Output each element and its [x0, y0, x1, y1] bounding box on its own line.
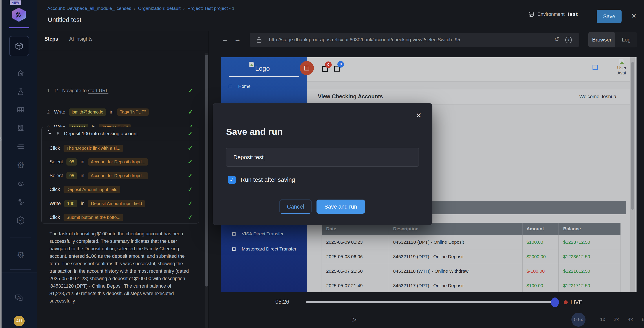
refresh-icon[interactable]: ↺: [554, 36, 559, 43]
step-group-header[interactable]: ✦✦ 5 Deposit 100 into checking account ✓: [42, 127, 199, 140]
nav-divider: [10, 269, 31, 270]
step-target-badge: Account for Deposit dropd...: [88, 172, 148, 179]
step-value-badge: 95: [66, 158, 77, 165]
breadcrumb-organization[interactable]: Organization: default: [138, 6, 180, 11]
step-conjunction: in: [80, 173, 84, 178]
sidebar-item-tests[interactable]: [12, 86, 29, 98]
environment-icon: [528, 11, 534, 17]
table-row[interactable]: 2025-05-09 01:23 845321120 (DPT) - Onlin…: [322, 235, 620, 249]
run-summary-text: The task of depositing $100 into the che…: [50, 230, 191, 305]
success-check-icon: ✓: [188, 172, 193, 179]
substep-row[interactable]: Click Deposit Amount input field ✓: [50, 185, 193, 194]
sidebar-item-project-settings[interactable]: ⚙: [12, 249, 29, 261]
step-action: Click: [50, 145, 60, 151]
success-check-icon: ✓: [188, 200, 193, 207]
substep-row[interactable]: Select 95 in Account for Deposit dropd..…: [50, 157, 193, 167]
new-badge: NEW: [10, 0, 21, 5]
step-number: 2: [47, 109, 50, 115]
sidebar-item-support[interactable]: [12, 177, 29, 190]
step-number: 1: [47, 88, 50, 93]
save-and-run-button[interactable]: Save and run: [316, 199, 365, 214]
breadcrumb: Account: Devspace_all_module_licenses › …: [47, 6, 234, 11]
broken-image-square: [304, 66, 309, 70]
sidebar-item-ci[interactable]: ∞: [12, 214, 29, 227]
step-row-1[interactable]: 1 ⚐ Navigate to start URL ✓: [47, 86, 193, 96]
step-target-badge: Deposit Amount input field: [64, 186, 120, 193]
save-button[interactable]: Save: [597, 10, 622, 23]
bank-welcome-text: Welcome Joshua: [579, 94, 616, 99]
play-button[interactable]: ▷: [352, 316, 357, 323]
run-after-saving-option[interactable]: ✓ Run test after saving: [228, 176, 295, 184]
checkbox-label: Run test after saving: [240, 176, 295, 183]
checkbox-checked[interactable]: ✓: [228, 176, 236, 184]
sidebar-item-runs-list[interactable]: [12, 141, 29, 153]
recording-stop-button[interactable]: [300, 61, 314, 75]
table-row[interactable]: 2025-05-08 06:06 845321119 (DPT) - Onlin…: [322, 249, 620, 264]
tab-browser[interactable]: Browser: [588, 32, 615, 47]
sidebar-item-test-grid[interactable]: [12, 104, 29, 116]
step-action: Click: [50, 187, 60, 192]
bank-scrollbar-thumb[interactable]: [631, 62, 634, 210]
substep-row[interactable]: Select 95 in Account for Deposit dropd..…: [50, 171, 193, 180]
playback-time: 05:26: [275, 299, 289, 305]
substep-row[interactable]: Click Submit button at the botto... ✓: [50, 212, 193, 222]
user-avatar[interactable]: AU: [14, 316, 25, 326]
table-row[interactable]: 2025-05-07 21:49 845321117 (DPT) - Onlin…: [322, 278, 620, 292]
focus-outline-square: [592, 65, 598, 70]
step-target-badge: Tag="INPUT": [117, 108, 149, 116]
substep-row[interactable]: Click The 'Deposit' link with a si... ✓: [50, 143, 193, 153]
bank-header-bar: User Avat: [307, 57, 631, 82]
test-name-input[interactable]: Deposit test: [226, 148, 419, 167]
bank-user-avatar[interactable]: User Avat: [614, 59, 630, 76]
broken-icon-box: [229, 85, 232, 88]
close-icon[interactable]: ✕: [632, 12, 636, 19]
speed-0.5x-button[interactable]: 0.5x: [572, 313, 586, 327]
bank-logo[interactable]: Logo: [250, 62, 270, 72]
app-root: 9 NEW ⚖: [0, 0, 644, 328]
playback-progress-bar[interactable]: [306, 301, 552, 303]
sidebar-item-settings[interactable]: ⚙: [12, 159, 29, 171]
browser-back-button[interactable]: ←: [222, 35, 228, 43]
modal-close-icon[interactable]: ✕: [416, 111, 422, 120]
step-row-2[interactable]: 2 Write jsmith@demo.io in Tag="INPUT" ✓: [47, 107, 193, 117]
sidebar-item-suites[interactable]: [12, 122, 29, 134]
bank-nav-visa-transfer[interactable]: VISA Direct Transfer: [232, 231, 284, 236]
speed-4x-button[interactable]: 4x: [628, 317, 633, 322]
info-icon[interactable]: i: [565, 37, 572, 43]
success-check-icon: ✓: [188, 87, 193, 94]
speed-1x-button[interactable]: 1x: [600, 317, 605, 322]
speed-2x-button[interactable]: 2x: [614, 317, 619, 322]
blue-count-badge: 0: [338, 61, 344, 68]
columns-icon: [16, 124, 25, 132]
playback-knob[interactable]: [551, 298, 559, 307]
table-row[interactable]: 2025-05-07 21:50 845321118 (WTH) - Onlin…: [322, 264, 620, 278]
sidebar-item-workspace-selected[interactable]: [9, 36, 29, 56]
bank-nav-home[interactable]: Home: [229, 84, 250, 89]
bank-notification-1[interactable]: 0: [322, 66, 328, 73]
speed-8x-button[interactable]: 8x: [642, 317, 644, 322]
substep-row[interactable]: Write 100 in Deposit Amount input field …: [50, 199, 193, 208]
tab-log[interactable]: Log: [615, 37, 637, 43]
environment-selector[interactable]: Environment test: [528, 11, 578, 17]
tab-ai-insights[interactable]: AI insights: [69, 36, 92, 42]
step-value-badge: jsmith@demo.io: [69, 108, 106, 116]
step-target-badge: Account for Deposit dropd...: [88, 158, 148, 165]
breadcrumb-project[interactable]: Project: Test project - 1: [188, 6, 234, 11]
bank-notification-2[interactable]: 0: [334, 66, 340, 72]
bank-nav-mastercard-transfer[interactable]: Mastercard Direct Transfer: [232, 246, 296, 252]
sidebar-item-home[interactable]: [12, 67, 29, 79]
breadcrumb-account[interactable]: Account: Devspace_all_module_licenses: [47, 6, 131, 11]
steps-scrollbar-thumb[interactable]: [205, 55, 208, 287]
tab-steps[interactable]: Steps: [44, 36, 58, 42]
home-icon: [16, 69, 25, 77]
live-label: LIVE: [570, 299, 582, 305]
bank-transactions-table: Date Description Amount Balance 2025-05-…: [322, 223, 621, 292]
cancel-button[interactable]: Cancel: [280, 199, 312, 214]
browser-forward-button[interactable]: →: [234, 35, 241, 43]
help-button[interactable]: ?: [11, 291, 27, 304]
url-bar[interactable]: http://stage.dbank.prod-apps.relicx.ai:8…: [250, 33, 579, 47]
ai-sparkle-icon: ✦✦: [48, 131, 54, 136]
sidebar-item-integrations[interactable]: [12, 196, 29, 208]
start-url-link[interactable]: start URL: [88, 88, 108, 93]
breadcrumb-separator: ›: [134, 6, 136, 11]
